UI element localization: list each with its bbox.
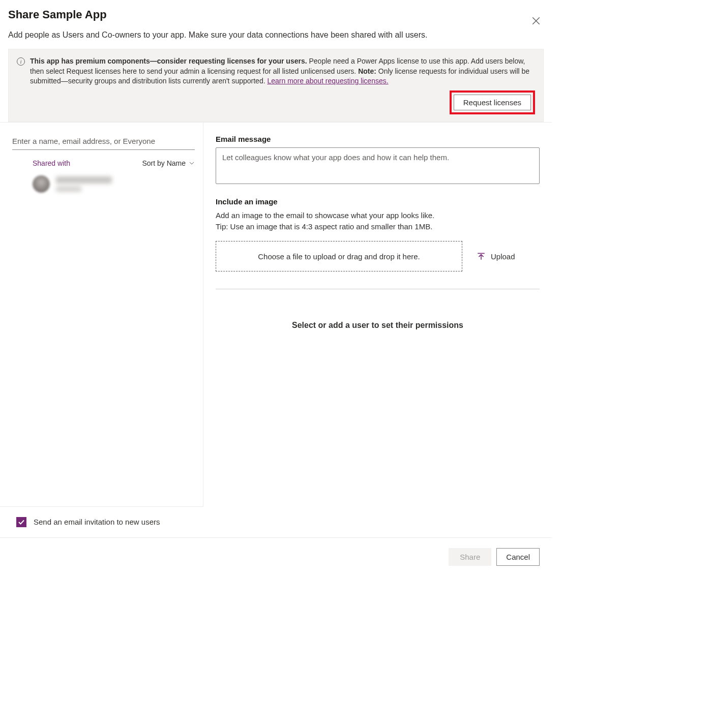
dialog-content: Shared with Sort by Name Email messag [0,122,552,506]
share-button[interactable]: Share [449,548,491,566]
send-email-checkbox[interactable] [16,517,26,527]
upload-label: Upload [491,252,515,261]
learn-more-link[interactable]: Learn more about requesting licenses. [267,77,388,85]
dialog-title: Share Sample App [8,8,544,21]
send-email-label: Send an email invitation to new users [34,518,160,526]
include-image-help1: Add an image to the email to showcase wh… [216,210,540,221]
image-dropzone[interactable]: Choose a file to upload or drag and drop… [216,241,462,271]
shared-user-meta [56,176,112,192]
chevron-down-icon [189,160,195,166]
avatar [33,175,50,193]
email-message-input[interactable] [216,147,540,184]
sort-by-dropdown[interactable]: Sort by Name [142,159,195,167]
details-pane: Email message Include an image Add an im… [203,123,552,506]
banner-text: This app has premium components—consider… [30,56,535,86]
include-image-label: Include an image [216,197,540,206]
dropzone-text: Choose a file to upload or drag and drop… [258,252,420,261]
sort-label-text: Sort by Name [142,159,186,167]
close-button[interactable] [529,14,543,29]
banner-note-label: Note: [358,67,376,75]
request-licenses-button[interactable]: Request licenses [454,95,531,110]
dialog-subtitle: Add people as Users and Co-owners to you… [8,31,544,40]
people-scroll[interactable]: Shared with Sort by Name [0,123,203,506]
upload-icon [477,252,486,261]
request-licenses-highlight: Request licenses [450,90,535,114]
close-icon [531,16,541,25]
share-app-dialog: Share Sample App Add people as Users and… [0,0,552,576]
email-message-label: Email message [216,135,540,143]
cancel-button[interactable]: Cancel [496,548,540,566]
people-search-input[interactable] [12,133,195,150]
check-icon [18,519,25,526]
people-pane: Shared with Sort by Name [0,123,203,506]
shared-with-label: Shared with [12,159,70,167]
info-icon: i [17,57,25,66]
permissions-empty-hint: Select or add a user to set their permis… [216,321,540,330]
dialog-footer: Share Cancel [0,537,552,576]
premium-license-banner: i This app has premium components—consid… [8,49,544,122]
section-divider [216,289,540,289]
email-invite-row: Send an email invitation to new users [0,506,203,537]
banner-lead: This app has premium components—consider… [30,57,307,65]
shared-user-row[interactable] [12,167,195,193]
include-image-help2: Tip: Use an image that is 4:3 aspect rat… [216,221,540,232]
upload-button[interactable]: Upload [477,252,515,261]
